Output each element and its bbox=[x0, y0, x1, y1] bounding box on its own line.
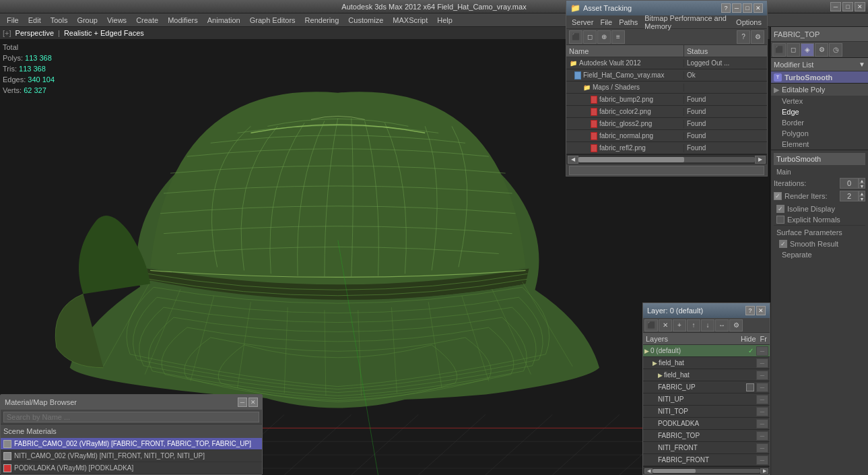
at-help-button[interactable]: ? bbox=[721, 3, 731, 13]
at-tool-help[interactable]: ? bbox=[737, 30, 750, 44]
at-close-button[interactable]: ✕ bbox=[754, 3, 763, 13]
iterations-down[interactable]: ▼ bbox=[859, 183, 865, 189]
menu-animation[interactable]: Animation bbox=[203, 15, 244, 25]
lp-scroll-right[interactable]: ▶ bbox=[760, 468, 768, 474]
iterations-value[interactable]: 0 bbox=[840, 178, 859, 189]
material-item-1[interactable]: NITI_CAMO_002 (VRayMtl) [NITI_FRONT, NIT… bbox=[1, 450, 262, 462]
at-row-4[interactable]: fabric_color2.png Found bbox=[566, 106, 767, 118]
render-iters-checkbox[interactable]: ✓ bbox=[774, 192, 782, 200]
lp-tool-4[interactable]: ↑ bbox=[687, 319, 700, 331]
menu-rendering[interactable]: Rendering bbox=[301, 15, 343, 25]
lp-row-3-vis[interactable] bbox=[746, 383, 754, 391]
lp-row-3-dash[interactable]: ─ bbox=[756, 383, 768, 392]
rt-icon-2[interactable]: ◻ bbox=[787, 43, 800, 57]
lp-close-button[interactable]: ✕ bbox=[756, 306, 766, 315]
at-row-0[interactable]: 📁 Autodesk Vault 2012 Logged Out ... bbox=[566, 57, 767, 69]
ep-polygon[interactable]: Polygon bbox=[771, 128, 868, 139]
render-iters-arrows[interactable]: ▲ ▼ bbox=[859, 191, 865, 201]
menu-maxscript[interactable]: MAXScript bbox=[389, 15, 432, 25]
menu-create[interactable]: Create bbox=[132, 15, 162, 25]
menu-views[interactable]: Views bbox=[103, 15, 131, 25]
at-scrollbar[interactable]: ◀ ▶ bbox=[566, 154, 767, 164]
lp-row-4-dash[interactable]: ─ bbox=[756, 395, 768, 404]
ep-vertex[interactable]: Vertex bbox=[771, 96, 868, 106]
at-tool-settings[interactable]: ⚙ bbox=[751, 30, 764, 44]
material-search[interactable] bbox=[1, 410, 262, 424]
at-scrollbar-thumb[interactable] bbox=[578, 157, 684, 162]
at-scroll-left[interactable]: ◀ bbox=[568, 156, 578, 164]
ep-header[interactable]: ▶ Editable Poly bbox=[771, 84, 868, 96]
lp-tool-6[interactable]: ↔ bbox=[715, 319, 729, 331]
lp-tool-5[interactable]: ↓ bbox=[701, 319, 714, 331]
at-row-3[interactable]: fabric_bump2.png Found bbox=[566, 94, 767, 106]
lp-row-6-dash[interactable]: ─ bbox=[756, 419, 768, 429]
lp-scroll-thumb[interactable] bbox=[653, 469, 696, 473]
rt-icon-1[interactable]: ⬛ bbox=[772, 43, 786, 57]
minimize-button[interactable]: ─ bbox=[830, 2, 841, 11]
lp-row-9-dash[interactable]: ─ bbox=[756, 455, 768, 465]
lp-tool-3[interactable]: + bbox=[673, 319, 686, 331]
lp-row-7[interactable]: FABRIC_TOP ─ bbox=[643, 430, 770, 442]
lp-row-0[interactable]: ▶ 0 (default) ✓ ─ bbox=[643, 345, 770, 357]
at-scrollbar-track[interactable] bbox=[578, 157, 755, 162]
at-titlebar-controls[interactable]: ? ─ □ ✕ bbox=[721, 3, 763, 13]
lp-row-4[interactable]: NITI_UP ─ bbox=[643, 393, 770, 406]
explicit-normals-checkbox[interactable] bbox=[776, 216, 784, 224]
lp-scroll-track[interactable] bbox=[653, 469, 760, 473]
maximize-button[interactable]: □ bbox=[842, 2, 853, 11]
lp-row-9[interactable]: FABRIC_FRONT ─ bbox=[643, 454, 770, 466]
rt-icon-5[interactable]: ◷ bbox=[829, 43, 842, 57]
smooth-result-checkbox[interactable]: ✓ bbox=[779, 240, 787, 248]
material-minimize-button[interactable]: ─ bbox=[238, 398, 247, 407]
material-item-2[interactable]: PODKLADKA (VRayMtl) [PODKLADKA] bbox=[1, 462, 262, 474]
modifier-list-arrow[interactable]: ▼ bbox=[859, 61, 865, 68]
at-tool-3[interactable]: ⊕ bbox=[597, 30, 611, 44]
iterations-arrows[interactable]: ▲ ▼ bbox=[859, 178, 865, 189]
at-row-2[interactable]: 📁 Maps / Shaders bbox=[566, 82, 767, 94]
at-tool-1[interactable]: ⬛ bbox=[569, 30, 582, 44]
lp-row-6[interactable]: PODKLADKA ─ bbox=[643, 418, 770, 430]
lp-tool-1[interactable]: ⬛ bbox=[644, 319, 658, 331]
at-row-5[interactable]: fabric_gloss2.png Found bbox=[566, 118, 767, 130]
at-status-input[interactable] bbox=[569, 166, 764, 175]
close-button[interactable]: ✕ bbox=[855, 2, 865, 11]
menu-help[interactable]: Help bbox=[433, 15, 457, 25]
material-close-button[interactable]: ✕ bbox=[248, 398, 258, 407]
at-row-7[interactable]: fabric_refl2.png Found bbox=[566, 142, 767, 154]
lp-scroll-left[interactable]: ◀ bbox=[644, 468, 653, 474]
lp-titlebar-controls[interactable]: ? ✕ bbox=[745, 306, 766, 315]
iterations-up[interactable]: ▲ bbox=[859, 178, 865, 183]
lp-tool-7[interactable]: ⚙ bbox=[729, 319, 743, 331]
material-item-0[interactable]: FABRIC_CAMO_002 (VRayMtl) [FABRIC_FRONT,… bbox=[1, 438, 262, 450]
lp-scrollbar[interactable]: ◀ ▶ bbox=[643, 466, 770, 474]
lp-row-5[interactable]: NITI_TOP ─ bbox=[643, 406, 770, 418]
menu-tools[interactable]: Tools bbox=[46, 15, 72, 25]
at-row-1[interactable]: Field_Hat_Camo_vray.max Ok bbox=[566, 69, 767, 82]
lp-row-5-dash[interactable]: ─ bbox=[756, 407, 768, 416]
rt-icon-4[interactable]: ⚙ bbox=[815, 43, 828, 57]
lp-row-1-dash[interactable]: ─ bbox=[756, 358, 768, 368]
render-iters-value[interactable]: 2 bbox=[840, 191, 859, 201]
at-menu-server[interactable]: Server bbox=[569, 18, 596, 27]
menu-group[interactable]: Group bbox=[73, 15, 102, 25]
render-iters-down[interactable]: ▼ bbox=[859, 196, 865, 201]
at-maximize-button[interactable]: □ bbox=[743, 3, 752, 13]
menu-file[interactable]: File bbox=[3, 15, 23, 25]
lp-row-2-dash[interactable]: ─ bbox=[756, 371, 768, 380]
menu-customize[interactable]: Customize bbox=[344, 15, 387, 25]
titlebar-controls[interactable]: ─ □ ✕ bbox=[830, 2, 865, 11]
render-iters-spinner[interactable]: 2 ▲ ▼ bbox=[840, 191, 865, 201]
lp-row-3[interactable]: FABRIC_UP ─ bbox=[643, 381, 770, 393]
at-row-6[interactable]: fabric_normal.png Found bbox=[566, 130, 767, 142]
lp-row-1[interactable]: ▶ field_hat ─ bbox=[643, 357, 770, 369]
menu-modifiers[interactable]: Modifiers bbox=[164, 15, 202, 25]
at-menu-paths[interactable]: Paths bbox=[616, 18, 640, 27]
at-tool-4[interactable]: ≡ bbox=[611, 30, 625, 44]
lp-help-button[interactable]: ? bbox=[745, 306, 755, 315]
turbosmooth-entry[interactable]: T TurboSmooth bbox=[771, 71, 868, 84]
at-minimize-button[interactable]: ─ bbox=[732, 3, 741, 13]
at-scroll-right[interactable]: ▶ bbox=[755, 156, 766, 164]
iterations-spinner[interactable]: 0 ▲ ▼ bbox=[840, 178, 865, 189]
at-menu-file[interactable]: File bbox=[597, 18, 615, 27]
lp-row-8[interactable]: NITI_FRONT ─ bbox=[643, 442, 770, 454]
